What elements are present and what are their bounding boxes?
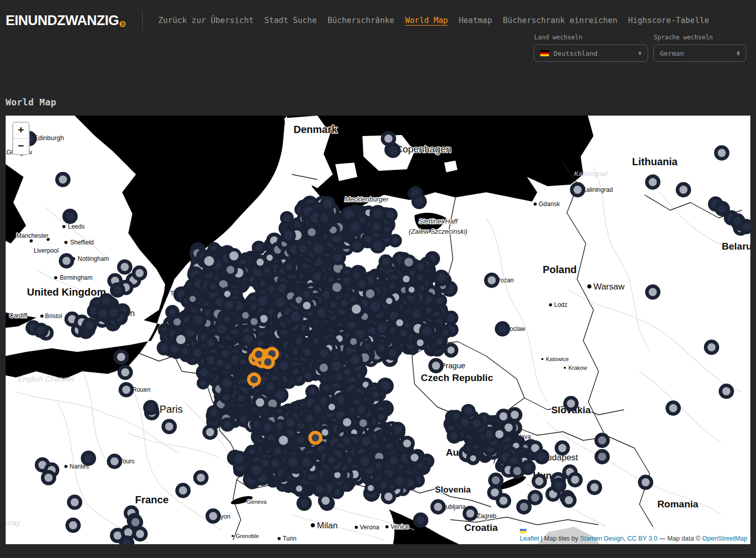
map-marker[interactable] bbox=[509, 409, 521, 421]
map-marker[interactable] bbox=[358, 418, 369, 429]
map-marker[interactable] bbox=[35, 325, 47, 337]
map-marker[interactable] bbox=[222, 419, 233, 430]
map-marker[interactable] bbox=[536, 451, 548, 463]
map-marker[interactable] bbox=[265, 381, 276, 392]
map-marker[interactable] bbox=[225, 264, 236, 276]
map-marker[interactable] bbox=[490, 475, 502, 486]
map-marker[interactable] bbox=[349, 353, 361, 366]
map-marker[interactable] bbox=[254, 397, 266, 409]
map-marker[interactable] bbox=[494, 429, 506, 440]
map-marker[interactable] bbox=[401, 438, 413, 450]
map-marker[interactable] bbox=[301, 300, 312, 311]
map-marker[interactable] bbox=[414, 196, 425, 208]
map-marker[interactable] bbox=[497, 323, 509, 335]
map-marker[interactable] bbox=[409, 452, 421, 463]
map-marker[interactable] bbox=[101, 295, 112, 307]
map-marker[interactable] bbox=[380, 256, 391, 267]
map-marker[interactable] bbox=[678, 184, 690, 196]
map-marker[interactable] bbox=[534, 476, 545, 487]
map-marker[interactable] bbox=[331, 281, 343, 294]
map-marker[interactable] bbox=[349, 221, 361, 233]
map-marker[interactable] bbox=[250, 463, 263, 477]
map-marker[interactable] bbox=[390, 236, 400, 246]
map-marker[interactable] bbox=[222, 315, 232, 324]
map-marker[interactable] bbox=[732, 215, 744, 227]
map-marker[interactable] bbox=[415, 273, 425, 282]
map-marker[interactable] bbox=[145, 402, 157, 414]
map-marker[interactable] bbox=[358, 455, 372, 468]
map-marker[interactable] bbox=[322, 198, 334, 210]
map-marker[interactable] bbox=[572, 184, 584, 196]
zoom-in-button[interactable]: + bbox=[13, 123, 29, 139]
map-marker[interactable] bbox=[407, 285, 416, 294]
map-marker[interactable] bbox=[289, 310, 302, 323]
nav-item-einreichen[interactable]: Bücherschrank einreichen bbox=[503, 16, 617, 25]
map-marker[interactable] bbox=[205, 337, 217, 348]
map-marker[interactable] bbox=[530, 492, 541, 504]
map-marker[interactable] bbox=[116, 351, 127, 363]
map-marker[interactable] bbox=[198, 366, 210, 378]
map-marker[interactable] bbox=[366, 483, 375, 493]
map-marker[interactable] bbox=[364, 288, 376, 300]
bitcoin-marker[interactable] bbox=[310, 433, 321, 443]
map-marker[interactable] bbox=[363, 342, 373, 351]
map-marker[interactable] bbox=[597, 435, 608, 447]
map-marker[interactable] bbox=[330, 360, 342, 372]
map-marker[interactable] bbox=[446, 345, 457, 356]
map-marker[interactable] bbox=[61, 255, 73, 267]
map-marker[interactable] bbox=[589, 482, 601, 494]
map-marker[interactable] bbox=[434, 337, 445, 347]
map-marker[interactable] bbox=[262, 265, 272, 275]
map-marker[interactable] bbox=[97, 308, 109, 320]
map-marker[interactable] bbox=[415, 515, 427, 526]
map-marker[interactable] bbox=[202, 255, 216, 268]
attribution-link[interactable]: CC BY 3.0 bbox=[627, 535, 657, 542]
map-marker[interactable] bbox=[348, 337, 359, 347]
map-marker[interactable] bbox=[321, 383, 331, 393]
map-marker[interactable] bbox=[421, 325, 433, 337]
map-marker[interactable] bbox=[350, 303, 363, 316]
map-marker[interactable] bbox=[295, 434, 306, 445]
map-marker[interactable] bbox=[706, 342, 718, 353]
map-marker[interactable] bbox=[284, 262, 294, 272]
nav-item-buecherschraenke[interactable]: Bücherschränke bbox=[328, 16, 395, 25]
map-marker[interactable] bbox=[498, 495, 510, 507]
map-marker[interactable] bbox=[387, 348, 398, 359]
map-marker[interactable] bbox=[188, 294, 198, 304]
map-marker[interactable] bbox=[291, 367, 301, 376]
map-marker[interactable] bbox=[398, 328, 408, 339]
map-marker[interactable] bbox=[371, 221, 382, 233]
world-map[interactable]: United KingdomFranceDenmarkNetherlandsPo… bbox=[6, 116, 750, 544]
map-marker[interactable] bbox=[432, 501, 444, 513]
map-marker[interactable] bbox=[518, 501, 530, 513]
map-marker[interactable] bbox=[119, 261, 131, 273]
map-marker[interactable] bbox=[563, 495, 575, 506]
map-marker[interactable] bbox=[83, 453, 95, 464]
map-marker[interactable] bbox=[221, 376, 234, 389]
map-marker[interactable] bbox=[204, 427, 216, 438]
map-marker[interactable] bbox=[67, 520, 79, 531]
bitcoin-marker[interactable] bbox=[249, 374, 260, 385]
map-marker[interactable] bbox=[282, 213, 292, 223]
map-marker[interactable] bbox=[283, 230, 294, 241]
map-marker[interactable] bbox=[326, 455, 336, 465]
map-marker[interactable] bbox=[721, 386, 732, 397]
map-marker[interactable] bbox=[174, 333, 187, 346]
map-marker[interactable] bbox=[191, 347, 203, 359]
map-marker[interactable] bbox=[553, 480, 565, 492]
nav-item-world-map[interactable]: World Map bbox=[405, 16, 448, 25]
attribution-link[interactable]: Leaflet bbox=[520, 535, 539, 542]
map-marker[interactable] bbox=[387, 145, 399, 157]
map-marker[interactable] bbox=[215, 358, 225, 367]
map-marker[interactable] bbox=[251, 419, 262, 430]
map-marker[interactable] bbox=[449, 431, 460, 442]
map-marker[interactable] bbox=[356, 405, 367, 415]
map-marker[interactable] bbox=[112, 284, 124, 296]
map-marker[interactable] bbox=[557, 442, 568, 454]
map-marker[interactable] bbox=[371, 390, 380, 400]
map-marker[interactable] bbox=[376, 343, 386, 353]
map-marker[interactable] bbox=[486, 275, 498, 286]
map-marker[interactable] bbox=[276, 468, 285, 478]
map-marker[interactable] bbox=[640, 477, 652, 488]
map-marker[interactable] bbox=[647, 286, 659, 298]
